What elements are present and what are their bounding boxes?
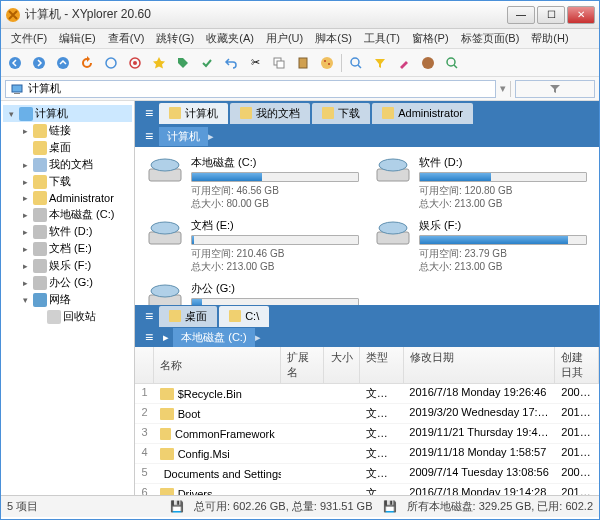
svg-point-40 xyxy=(151,222,179,234)
forward-button[interactable] xyxy=(29,53,49,73)
palette-icon[interactable] xyxy=(418,53,438,73)
tree-node[interactable]: 桌面 xyxy=(3,139,132,156)
menubar: 文件(F)编辑(E)查看(V)跳转(G)收藏夹(A)用户(U)脚本(S)工具(T… xyxy=(1,29,599,49)
svg-rect-23 xyxy=(33,191,47,205)
maximize-button[interactable]: ☐ xyxy=(537,6,565,24)
drive-icon xyxy=(375,155,411,185)
tab[interactable]: 桌面 xyxy=(159,306,217,327)
drive-item[interactable]: 本地磁盘 (C:)可用空间: 46.56 GB总大小: 80.00 GB xyxy=(147,155,359,210)
tree-node[interactable]: ▾网络 xyxy=(3,291,132,308)
tree-node[interactable]: ▸我的文档 xyxy=(3,156,132,173)
check-icon[interactable] xyxy=(197,53,217,73)
menu-item[interactable]: 文件(F) xyxy=(5,29,53,48)
upper-breadcrumb: ≡ 计算机 ▸ xyxy=(135,125,599,147)
menu-item[interactable]: 帮助(H) xyxy=(525,29,574,48)
crumb-menu-icon[interactable]: ≡ xyxy=(139,128,159,144)
svg-rect-8 xyxy=(277,61,284,68)
tree-node[interactable]: ▸文档 (E:) xyxy=(3,240,132,257)
table-row[interactable]: 6Drivers文件夹2016/7/18 Monday 19:14:282016… xyxy=(135,484,599,495)
back-button[interactable] xyxy=(5,53,25,73)
menu-icon[interactable]: ≡ xyxy=(139,308,159,324)
drive-item[interactable]: 办公 (G:)可用空间: 200.65 GB总大小: 212.50 GB xyxy=(147,281,359,305)
tab[interactable]: 计算机 xyxy=(159,103,228,124)
history-button[interactable] xyxy=(101,53,121,73)
refresh-button[interactable] xyxy=(77,53,97,73)
table-row[interactable]: 3CommonFramework文件夹2019/11/21 Thursday 1… xyxy=(135,424,599,444)
paste-icon[interactable] xyxy=(293,53,313,73)
column-headers[interactable]: 名称 扩展名 大小 类型 修改日期 创建日其 xyxy=(135,347,599,384)
tab[interactable]: 下载 xyxy=(312,103,370,124)
folder-icon xyxy=(160,408,174,420)
drive-item[interactable]: 娱乐 (F:)可用空间: 23.79 GB总大小: 213.00 GB xyxy=(375,218,587,273)
drive-item[interactable]: 软件 (D:)可用空间: 120.80 GB总大小: 213.00 GB xyxy=(375,155,587,210)
tree-node[interactable]: ▸下载 xyxy=(3,173,132,190)
brush-icon[interactable] xyxy=(394,53,414,73)
file-list[interactable]: 名称 扩展名 大小 类型 修改日期 创建日其 1$Recycle.Bin文件夹2… xyxy=(135,347,599,495)
fld-icon xyxy=(33,141,47,155)
menu-item[interactable]: 用户(U) xyxy=(260,29,309,48)
close-button[interactable]: ✕ xyxy=(567,6,595,24)
table-row[interactable]: 4Config.Msi文件夹2019/11/18 Monday 1:58:572… xyxy=(135,444,599,464)
cut-icon[interactable]: ✂ xyxy=(245,53,265,73)
tag-icon[interactable] xyxy=(173,53,193,73)
menu-icon[interactable]: ≡ xyxy=(139,105,159,121)
window-title: 计算机 - XYplorer 20.60 xyxy=(25,6,507,23)
star-icon[interactable] xyxy=(149,53,169,73)
tree-node[interactable]: ▸Administrator xyxy=(3,190,132,206)
svg-point-12 xyxy=(328,63,330,65)
filter-icon[interactable] xyxy=(370,53,390,73)
svg-point-42 xyxy=(379,222,407,234)
dropdown-icon[interactable]: ▾ xyxy=(500,82,506,95)
stop-button[interactable] xyxy=(125,53,145,73)
undo-icon[interactable] xyxy=(221,53,241,73)
svg-point-6 xyxy=(133,61,137,65)
breadcrumb-item[interactable]: 本地磁盘 (C:) xyxy=(173,328,254,347)
menu-item[interactable]: 跳转(G) xyxy=(150,29,200,48)
menu-item[interactable]: 标签页面(B) xyxy=(455,29,526,48)
tree-node[interactable]: ▸本地磁盘 (C:) xyxy=(3,206,132,223)
breadcrumb-item[interactable]: 计算机 xyxy=(159,127,208,146)
address-input[interactable]: 计算机 xyxy=(5,80,496,98)
svg-rect-45 xyxy=(169,310,181,322)
up-button[interactable] xyxy=(53,53,73,73)
tree-node[interactable]: ▸链接 xyxy=(3,122,132,139)
app-icon xyxy=(5,7,21,23)
disk-icon: 💾 xyxy=(383,500,397,513)
tab[interactable]: 我的文档 xyxy=(230,103,310,124)
tree-node[interactable]: ▾计算机 xyxy=(3,105,132,122)
table-row[interactable]: 2Boot文件夹2019/3/20 Wednesday 17:58:012014… xyxy=(135,404,599,424)
table-row[interactable]: 1$Recycle.Bin文件夹2016/7/18 Monday 19:26:4… xyxy=(135,384,599,404)
folder-tree[interactable]: ▾计算机▸链接桌面▸我的文档▸下载▸Administrator▸本地磁盘 (C:… xyxy=(1,101,135,495)
menu-item[interactable]: 窗格(P) xyxy=(406,29,455,48)
drive-item[interactable]: 文档 (E:)可用空间: 210.46 GB总大小: 213.00 GB xyxy=(147,218,359,273)
search-icon[interactable] xyxy=(346,53,366,73)
folder-icon xyxy=(160,428,171,440)
svg-rect-19 xyxy=(33,124,47,138)
tree-node[interactable]: ▸办公 (G:) xyxy=(3,274,132,291)
tree-node[interactable]: ▸软件 (D:) xyxy=(3,223,132,240)
svg-rect-17 xyxy=(14,93,20,94)
folder-icon xyxy=(160,388,174,400)
pizza-icon[interactable] xyxy=(317,53,337,73)
tree-node[interactable]: ▸娱乐 (F:) xyxy=(3,257,132,274)
menu-item[interactable]: 脚本(S) xyxy=(309,29,358,48)
drive-icon xyxy=(375,218,411,248)
menu-item[interactable]: 查看(V) xyxy=(102,29,151,48)
find-icon[interactable] xyxy=(442,53,462,73)
tree-node[interactable]: 回收站 xyxy=(3,308,132,325)
drv-icon xyxy=(33,208,47,222)
menu-item[interactable]: 收藏夹(A) xyxy=(200,29,260,48)
crumb-menu-icon[interactable]: ≡ xyxy=(139,329,159,345)
svg-rect-21 xyxy=(33,158,47,172)
menu-item[interactable]: 工具(T) xyxy=(358,29,406,48)
svg-rect-31 xyxy=(169,107,181,119)
menu-item[interactable]: 编辑(E) xyxy=(53,29,102,48)
minimize-button[interactable]: — xyxy=(507,6,535,24)
tab[interactable]: Administrator xyxy=(372,103,473,124)
copy-icon[interactable] xyxy=(269,53,289,73)
svg-point-13 xyxy=(351,58,359,66)
table-row[interactable]: 5Documents and Settings文件夹2009/7/14 Tues… xyxy=(135,464,599,484)
filter-input[interactable] xyxy=(515,80,595,98)
titlebar: 计算机 - XYplorer 20.60 — ☐ ✕ xyxy=(1,1,599,29)
tab[interactable]: C:\ xyxy=(219,306,269,327)
